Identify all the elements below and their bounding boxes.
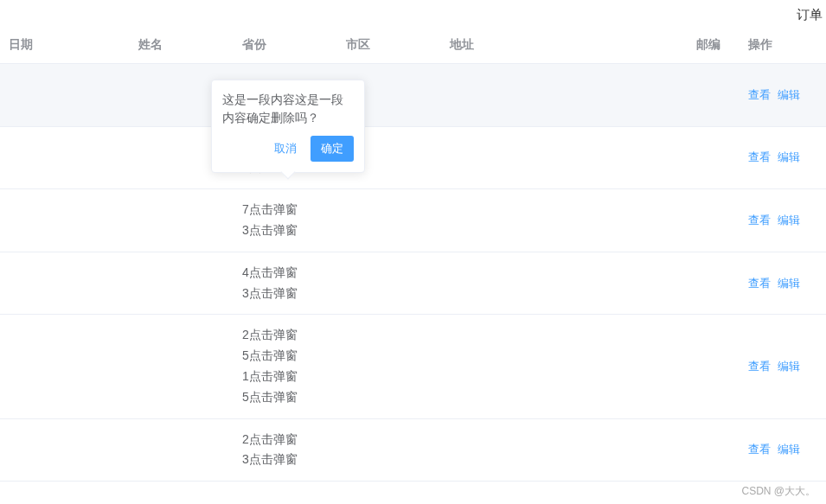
cell-name [130, 418, 234, 482]
province-popup-trigger[interactable]: 4点击弹窗 [242, 263, 329, 284]
col-header-name: 姓名 [130, 27, 234, 64]
cell-city [337, 418, 441, 482]
cell-address [441, 189, 688, 252]
province-popup-trigger[interactable]: 5点击弹窗 [242, 387, 329, 408]
cell-action: 查看编辑 [740, 315, 826, 418]
cell-action: 查看编辑 [740, 252, 826, 315]
col-header-address: 地址 [441, 27, 688, 64]
data-table: 日期 姓名 省份 市区 地址 邮编 操作 查看编辑35点击弹窗2点击弹窗查看编辑… [0, 27, 826, 482]
edit-link[interactable]: 编辑 [778, 277, 800, 290]
table-row: 7点击弹窗3点击弹窗查看编辑 [0, 189, 826, 252]
table-row: 查看编辑 [0, 64, 826, 127]
edit-link[interactable]: 编辑 [778, 88, 800, 101]
cell-date [0, 126, 130, 189]
province-popup-trigger[interactable]: 2点击弹窗 [242, 430, 329, 450]
edit-link[interactable]: 编辑 [778, 443, 800, 456]
cell-city [337, 189, 441, 252]
cell-action: 查看编辑 [740, 64, 826, 127]
watermark: CSDN @大大。 [741, 484, 816, 499]
cell-address [441, 418, 688, 482]
province-popup-trigger[interactable]: 3点击弹窗 [242, 220, 329, 241]
table-row: 35点击弹窗2点击弹窗查看编辑 [0, 126, 826, 189]
cell-date [0, 189, 130, 252]
province-popup-trigger[interactable]: 7点击弹窗 [242, 200, 329, 220]
view-link[interactable]: 查看 [748, 214, 771, 226]
edit-link[interactable]: 编辑 [778, 150, 800, 163]
cell-zip [688, 64, 740, 127]
cell-province: 2点击弹窗3点击弹窗 [234, 418, 337, 482]
cell-name [130, 252, 234, 315]
cell-address [441, 64, 688, 127]
edit-link[interactable]: 编辑 [778, 214, 800, 226]
cell-date [0, 418, 130, 482]
cell-city [337, 315, 441, 418]
cell-province: 4点击弹窗3点击弹窗 [234, 252, 337, 315]
page-title: 订单 [0, 0, 826, 27]
cell-address [441, 315, 688, 418]
cell-zip [688, 315, 740, 418]
col-header-action: 操作 [740, 27, 826, 64]
cell-action: 查看编辑 [740, 189, 826, 252]
province-popup-trigger[interactable]: 3点击弹窗 [242, 284, 329, 304]
cell-date [0, 64, 130, 127]
confirm-popover: 这是一段内容这是一段内容确定删除吗？ 取消 确定 [211, 80, 365, 173]
cancel-button[interactable]: 取消 [267, 136, 304, 162]
confirm-button[interactable]: 确定 [311, 136, 354, 162]
cell-action: 查看编辑 [740, 126, 826, 189]
edit-link[interactable]: 编辑 [778, 360, 800, 373]
province-popup-trigger[interactable]: 1点击弹窗 [242, 367, 329, 387]
view-link[interactable]: 查看 [748, 150, 771, 163]
province-popup-trigger[interactable]: 2点击弹窗 [242, 325, 329, 346]
cell-address [441, 126, 688, 189]
cell-action: 查看编辑 [740, 418, 826, 482]
cell-zip [688, 126, 740, 189]
cell-zip [688, 189, 740, 252]
view-link[interactable]: 查看 [748, 88, 771, 101]
cell-city [337, 252, 441, 315]
cell-province: 7点击弹窗3点击弹窗 [234, 189, 337, 252]
cell-date [0, 315, 130, 418]
cell-zip [688, 252, 740, 315]
view-link[interactable]: 查看 [748, 360, 771, 373]
table-row: 2点击弹窗5点击弹窗1点击弹窗5点击弹窗查看编辑 [0, 315, 826, 418]
col-header-zip: 邮编 [688, 27, 740, 64]
cell-date [0, 252, 130, 315]
col-header-city: 市区 [337, 27, 441, 64]
view-link[interactable]: 查看 [748, 277, 771, 290]
popover-actions: 取消 确定 [222, 136, 354, 162]
col-header-province: 省份 [234, 27, 337, 64]
table-row: 4点击弹窗3点击弹窗查看编辑 [0, 252, 826, 315]
table-row: 2点击弹窗3点击弹窗查看编辑 [0, 418, 826, 482]
view-link[interactable]: 查看 [748, 443, 771, 456]
col-header-date: 日期 [0, 27, 130, 64]
province-popup-trigger[interactable]: 3点击弹窗 [242, 450, 329, 470]
cell-name [130, 189, 234, 252]
popover-message: 这是一段内容这是一段内容确定删除吗？ [222, 91, 354, 127]
cell-name [130, 315, 234, 418]
cell-zip [688, 418, 740, 482]
table-header-row: 日期 姓名 省份 市区 地址 邮编 操作 [0, 27, 826, 64]
cell-address [441, 252, 688, 315]
cell-province: 2点击弹窗5点击弹窗1点击弹窗5点击弹窗 [234, 315, 337, 418]
province-popup-trigger[interactable]: 5点击弹窗 [242, 346, 329, 367]
